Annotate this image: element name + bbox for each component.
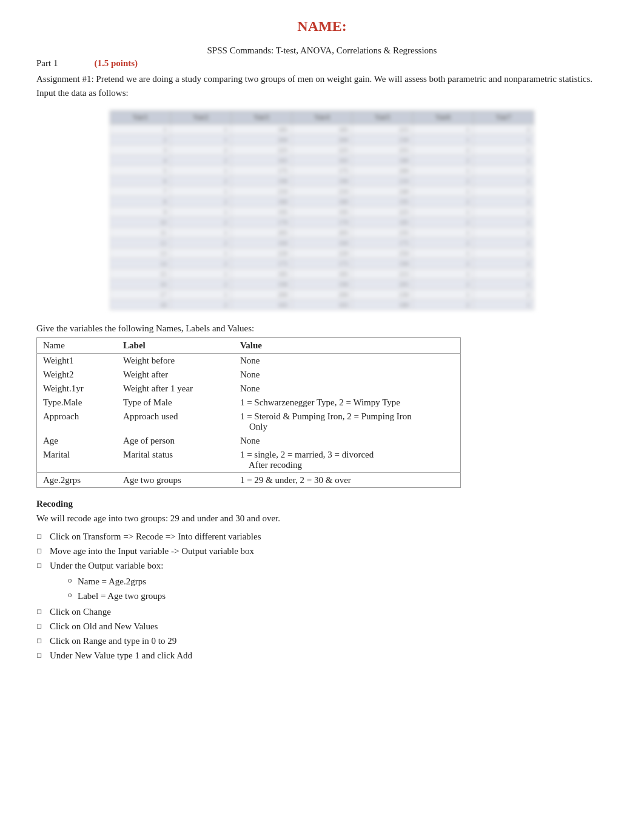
list-item: Under New Value type 1 and click Add xyxy=(36,648,608,663)
var-value: None xyxy=(234,382,461,396)
var-name: Approach xyxy=(37,410,118,434)
var-value: None xyxy=(234,434,461,448)
recoding-intro: We will recode age into two groups: 29 a… xyxy=(36,512,608,526)
var-value: 1 = single, 2 = married, 3 = divorced Af… xyxy=(234,448,461,473)
subtitle: SPSS Commands: T-test, ANOVA, Correlatio… xyxy=(36,46,608,56)
list-item: Name = Age.2grps xyxy=(68,574,608,589)
var-name: Type.Male xyxy=(37,396,118,410)
table-row: Weight1Weight beforeNone xyxy=(37,354,461,368)
var-label: Age two groups xyxy=(117,473,234,488)
list-item: Click on Change xyxy=(36,604,608,619)
var-name: Weight.1yr xyxy=(37,382,118,396)
assignment-text: Assignment #1: Pretend we are doing a st… xyxy=(36,72,608,100)
var-name: Age xyxy=(37,434,118,448)
var-label: Weight after xyxy=(117,368,234,382)
var-name: Age.2grps xyxy=(37,473,118,488)
list-item: Label = Age two groups xyxy=(68,589,608,603)
var-label: Age of person xyxy=(117,434,234,448)
list-item: Under the Output variable box:Name = Age… xyxy=(36,558,608,603)
var-label: Type of Male xyxy=(117,396,234,410)
table-row: Type.MaleType of Male1 = Schwarzenegger … xyxy=(37,396,461,410)
variables-header-row: Name Label Value xyxy=(37,338,461,354)
variables-table: Name Label Value Weight1Weight beforeNon… xyxy=(36,337,461,488)
table-row: ApproachApproach used1 = Steroid & Pumpi… xyxy=(37,410,461,434)
col-header-value: Value xyxy=(234,338,461,354)
recoding-title: Recoding xyxy=(36,499,608,509)
col-header-name: Name xyxy=(37,338,118,354)
var-label: Marital status xyxy=(117,448,234,473)
var-value: None xyxy=(234,354,461,368)
var-label: Approach used xyxy=(117,410,234,434)
col-header-label: Label xyxy=(117,338,234,354)
var-label: Weight before xyxy=(117,354,234,368)
part-label: Part 1 xyxy=(36,58,58,69)
spss-data-table: Var1Var2Var3Var4Var5Var6Var7111851852151… xyxy=(110,110,534,310)
var-label: Weight after 1 year xyxy=(117,382,234,396)
table-row: AgeAge of personNone xyxy=(37,434,461,448)
var-name: Weight1 xyxy=(37,354,118,368)
var-value: 1 = Steroid & Pumping Iron, 2 = Pumping … xyxy=(234,410,461,434)
list-item: Move age into the Input variable -> Outp… xyxy=(36,544,608,558)
var-name: Weight2 xyxy=(37,368,118,382)
table-row: Weight2Weight afterNone xyxy=(37,368,461,382)
page-title: NAME: xyxy=(36,18,608,35)
part-points: (1.5 points) xyxy=(94,58,138,69)
list-item: Click on Transform => Recode => Into dif… xyxy=(36,529,608,544)
variables-intro: Give the variables the following Names, … xyxy=(36,323,608,334)
table-row: Age.2grpsAge two groups1 = 29 & under, 2… xyxy=(37,473,461,488)
list-item: Click on Range and type in 0 to 29 xyxy=(36,634,608,648)
var-value: 1 = 29 & under, 2 = 30 & over xyxy=(234,473,461,488)
bullet-list: Click on Transform => Recode => Into dif… xyxy=(36,529,608,663)
table-row: MaritalMarital status1 = single, 2 = mar… xyxy=(37,448,461,473)
table-row: Weight.1yrWeight after 1 yearNone xyxy=(37,382,461,396)
var-name: Marital xyxy=(37,448,118,473)
list-item: Click on Old and New Values xyxy=(36,619,608,634)
var-value: None xyxy=(234,368,461,382)
var-value: 1 = Schwarzenegger Type, 2 = Wimpy Type xyxy=(234,396,461,410)
